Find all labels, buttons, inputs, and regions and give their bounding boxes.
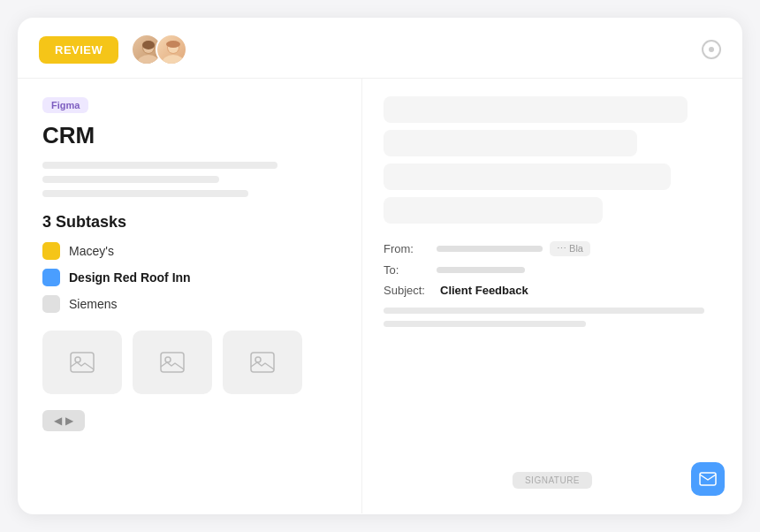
svg-rect-8 xyxy=(71,353,94,372)
header: REVIEW xyxy=(18,18,742,79)
email-body-skeleton xyxy=(384,308,721,327)
right-skeleton-3 xyxy=(384,163,671,190)
main-content: Figma CRM 3 Subtasks Macey's Design Red … xyxy=(18,79,742,513)
email-from-row: From: ⋯ Bla xyxy=(384,241,721,256)
subtask-item-siemens[interactable]: Siemens xyxy=(42,295,337,313)
email-to-row: To: xyxy=(384,263,721,277)
from-value xyxy=(437,246,543,252)
eye-icon[interactable] xyxy=(702,40,721,59)
skeleton-line-1 xyxy=(42,162,277,169)
subtask-label-maceys: Macey's xyxy=(69,244,114,258)
svg-point-11 xyxy=(165,357,171,362)
from-label: From: xyxy=(384,242,429,255)
project-title: CRM xyxy=(42,122,337,149)
bottom-bar: ◀ ▶ xyxy=(42,410,337,431)
subtask-checkbox-red-roof[interactable] xyxy=(42,269,60,286)
svg-rect-14 xyxy=(700,473,716,485)
avatar-2 xyxy=(156,34,187,65)
svg-point-9 xyxy=(75,357,80,362)
review-button[interactable]: REVIEW xyxy=(39,36,118,64)
image-placeholder-1[interactable] xyxy=(42,331,122,394)
subtask-label-red-roof: Design Red Roof Inn xyxy=(69,270,191,285)
right-skeleton-1 xyxy=(384,96,688,123)
to-value xyxy=(437,267,525,273)
right-panel: From: ⋯ Bla To: Subject: Client Feedback xyxy=(362,79,742,513)
subtask-checkbox-maceys[interactable] xyxy=(42,242,60,260)
skeleton-line-2 xyxy=(42,176,219,183)
right-skeleton-2 xyxy=(384,130,637,156)
header-left: REVIEW xyxy=(39,34,187,65)
body-sk-1 xyxy=(384,308,704,314)
avatars-group xyxy=(131,34,187,65)
body-sk-2 xyxy=(384,321,586,327)
to-label: To: xyxy=(384,263,429,277)
image-row xyxy=(42,331,337,394)
subject-value: Client Feedback xyxy=(440,284,528,297)
signature-bar: SIGNATURE xyxy=(513,472,592,489)
figma-tag: Figma xyxy=(42,97,88,113)
skeleton-line-3 xyxy=(42,190,248,197)
left-panel: Figma CRM 3 Subtasks Macey's Design Red … xyxy=(18,79,362,513)
subject-label: Subject: xyxy=(384,284,429,297)
email-subject-row: Subject: Client Feedback xyxy=(384,284,721,297)
subtask-item-maceys[interactable]: Macey's xyxy=(42,242,337,260)
image-placeholder-3[interactable] xyxy=(223,331,302,394)
svg-point-13 xyxy=(255,357,261,362)
svg-point-7 xyxy=(166,41,180,48)
image-placeholder-2[interactable] xyxy=(133,331,212,394)
main-card: REVIEW xyxy=(18,18,742,514)
email-section: From: ⋯ Bla To: Subject: Client Feedback xyxy=(384,241,721,327)
prev-button[interactable]: ◀ ▶ xyxy=(42,410,85,431)
subtask-checkbox-siemens[interactable] xyxy=(42,295,60,313)
email-action-button[interactable]: ⋯ Bla xyxy=(550,241,590,256)
mail-icon-button[interactable] xyxy=(691,462,725,496)
right-skeleton-4 xyxy=(384,197,603,224)
subtask-item-red-roof[interactable]: Design Red Roof Inn xyxy=(42,269,337,286)
svg-point-5 xyxy=(162,55,185,65)
svg-rect-10 xyxy=(161,353,184,372)
svg-rect-12 xyxy=(251,353,274,372)
subtask-label-siemens: Siemens xyxy=(69,297,117,311)
subtasks-title: 3 Subtasks xyxy=(42,213,337,232)
svg-point-3 xyxy=(142,41,155,49)
